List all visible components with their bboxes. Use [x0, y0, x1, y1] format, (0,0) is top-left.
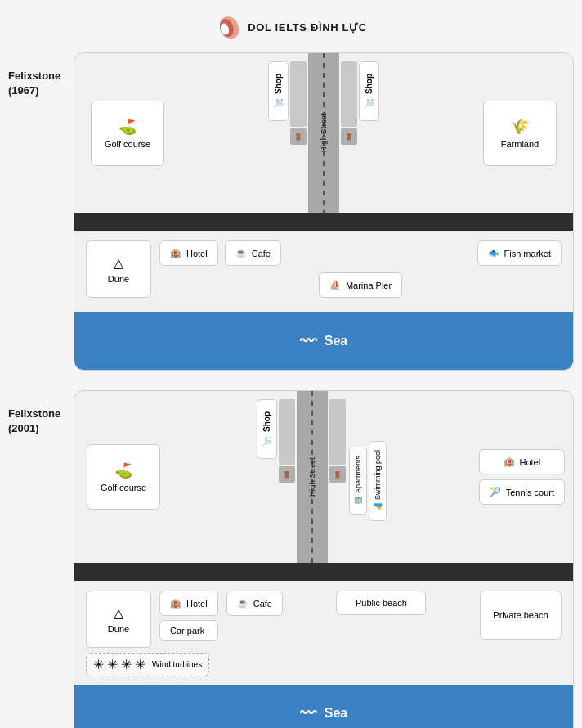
golf-course-1967: ⛳ Golf course — [91, 101, 164, 166]
wind-turbines-2001: ✳ ✳ ✳ ✳ Wind turbines — [86, 653, 209, 676]
dune-1967: △ Dune — [86, 240, 151, 298]
sea-1967: 〰 Sea — [74, 312, 573, 370]
hotel-2001-lower: 🏨 Hotel — [159, 591, 218, 616]
top-section-1967: ⛳ Golf course 🛒Shop — [74, 53, 573, 213]
sea-2001: 〰 Sea — [74, 685, 573, 728]
lower-area-2001: △ Dune 🏨 Hotel Car park — [74, 581, 573, 685]
main-content: Felixstone(1967) ⛳ Golf course — [0, 52, 582, 728]
private-beach-2001: Private beach — [480, 591, 562, 640]
label-1967: Felixstone(1967) — [8, 52, 74, 98]
map-2001: ⛳ Golf course 🛒Shop — [74, 390, 574, 728]
label-2001: Felixstone(2001) — [8, 390, 74, 436]
main-road-2001 — [74, 563, 573, 581]
map-section-2001: Felixstone(2001) ⛳ Golf course — [8, 390, 574, 728]
logo-icon — [215, 15, 241, 41]
main-road-1967 — [74, 213, 573, 231]
car-park-2001: Car park — [159, 620, 218, 641]
hotel-2001-top: 🏨 Hotel — [479, 449, 565, 474]
map-1967: ⛳ Golf course 🛒Shop — [74, 52, 574, 371]
fish-market-1967: 🐟 Fish market — [477, 240, 562, 266]
header: DOL IELTS ĐÌNH LỰC — [215, 0, 367, 52]
cafe-1967: ☕ Cafe — [225, 240, 281, 266]
public-beach-2001: Public beach — [336, 591, 426, 615]
logo-text: DOL IELTS ĐÌNH LỰC — [248, 21, 367, 35]
lower-area-1967: △ Dune 🏨 Hotel ☕ Cafe — [74, 231, 573, 312]
golf-course-2001: ⛳ Golf course — [87, 444, 160, 510]
tennis-court-2001: 🎾 Tennis court — [479, 479, 565, 505]
marina-pier-1967: ⛵ Marina Pier — [319, 272, 402, 298]
map-section-1967: Felixstone(1967) ⛳ Golf course — [8, 52, 574, 371]
dune-2001: △ Dune — [86, 591, 151, 648]
farmland-1967: 🌾 Farmland — [483, 101, 557, 166]
cafe-2001: ☕ Cafe — [226, 591, 283, 616]
hotel-1967: 🏨 Hotel — [159, 240, 218, 266]
top-section-2001: ⛳ Golf course 🛒Shop — [74, 391, 573, 563]
